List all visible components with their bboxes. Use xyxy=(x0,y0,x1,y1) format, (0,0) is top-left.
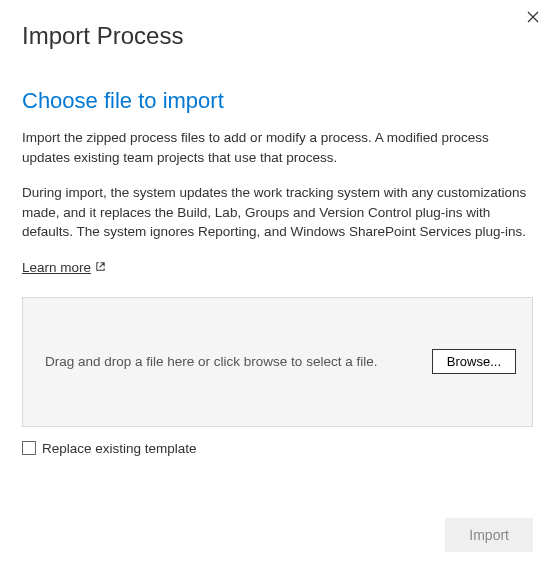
replace-template-row: Replace existing template xyxy=(22,441,533,456)
learn-more-link[interactable]: Learn more xyxy=(22,260,106,275)
replace-template-checkbox[interactable] xyxy=(22,441,36,455)
dialog-footer: Import xyxy=(445,518,533,552)
replace-template-label: Replace existing template xyxy=(42,441,197,456)
close-button[interactable] xyxy=(523,8,543,28)
dialog-title: Import Process xyxy=(0,0,555,50)
dialog-content: Choose file to import Import the zipped … xyxy=(0,88,555,456)
intro-paragraph-2: During import, the system updates the wo… xyxy=(22,183,533,242)
browse-button[interactable]: Browse... xyxy=(432,349,516,374)
close-icon xyxy=(527,9,539,27)
learn-more-label: Learn more xyxy=(22,260,91,275)
dropzone-text: Drag and drop a file here or click brows… xyxy=(39,354,377,369)
import-button[interactable]: Import xyxy=(445,518,533,552)
external-link-icon xyxy=(95,260,106,275)
intro-paragraph-1: Import the zipped process files to add o… xyxy=(22,128,533,167)
section-heading: Choose file to import xyxy=(22,88,533,114)
file-dropzone[interactable]: Drag and drop a file here or click brows… xyxy=(22,297,533,427)
